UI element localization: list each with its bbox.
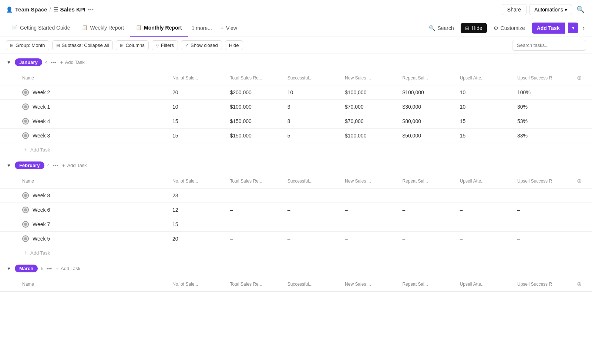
workspace-link[interactable]: 👤 Team Space: [6, 6, 47, 13]
group-collapse-january[interactable]: ▼: [6, 59, 12, 66]
task-row: Week 6 12 – – – – – –: [0, 203, 592, 217]
expand-tabs-button[interactable]: ›: [581, 23, 586, 33]
task-repeat-sal: –: [398, 217, 455, 232]
task-row: Week 2 20 $200,000 10 $100,000 $100,000 …: [0, 85, 592, 100]
task-name: Week 3: [33, 133, 50, 139]
task-successful: –: [283, 232, 340, 246]
col-header-upsell-atte-feb: Upsell Atte...: [455, 174, 513, 188]
share-button[interactable]: Share: [502, 4, 527, 15]
group-collapse-february[interactable]: ▼: [6, 162, 12, 169]
task-upsell-success: –: [513, 188, 570, 203]
task-row: Week 5 20 – – – – – –: [0, 232, 592, 246]
columns-filter-button[interactable]: ⊞ Columns: [116, 40, 148, 50]
tab-getting-started[interactable]: 📄 Getting Started Guide: [6, 19, 76, 37]
tabs-bar: 📄 Getting Started Guide 📋 Weekly Report …: [0, 19, 592, 37]
add-task-row-february[interactable]: ＋ Add Task: [0, 246, 592, 260]
col-header-name: Name: [0, 71, 168, 85]
group-header-march: ▼ March 5 ••• ＋ Add Task: [0, 260, 592, 277]
task-no-of-sales: 10: [168, 100, 225, 114]
plus-icon: ＋: [22, 249, 28, 257]
add-column-button-feb[interactable]: ⊕: [575, 177, 584, 185]
col-header-upsell-success-mar: Upsell Success R: [513, 277, 570, 292]
subtasks-filter-button[interactable]: ⊟ Subtasks: Collapse all: [52, 40, 113, 50]
add-task-label: Add Task: [30, 147, 50, 153]
tab-getting-started-label: Getting Started Guide: [20, 25, 70, 31]
task-status-icon[interactable]: [22, 221, 29, 228]
table-header-march: Name No. of Sale... Total Sales Re... Su…: [0, 277, 592, 292]
add-task-main-button[interactable]: Add Task: [532, 23, 565, 34]
group-dots-february[interactable]: •••: [53, 163, 58, 169]
add-task-caret-button[interactable]: ▾: [568, 23, 578, 33]
group-count-january: 4: [45, 59, 48, 65]
search-button[interactable]: 🔍 Search: [425, 23, 457, 33]
hide-filter-button[interactable]: Hide: [225, 40, 243, 50]
filters-button[interactable]: ▽ Filters: [152, 40, 178, 50]
task-successful: –: [283, 203, 340, 217]
main-content: ▼ January 4 ••• ＋ Add Task Name No. of S…: [0, 54, 592, 292]
add-task-row-january[interactable]: ＋ Add Task: [0, 143, 592, 157]
subtasks-filter-label: Subtasks: Collapse all: [62, 42, 109, 48]
hamburger-icon: ☰: [53, 6, 58, 13]
group-dots-january[interactable]: •••: [51, 59, 56, 65]
task-total-sales: $150,000: [225, 114, 283, 129]
group-filter-label: Group: Month: [16, 42, 45, 48]
add-view-button[interactable]: ＋ View: [216, 25, 241, 31]
search-tasks-input[interactable]: [512, 40, 586, 51]
col-header-name-mar: Name: [0, 277, 168, 292]
task-name-cell: Week 4: [0, 114, 168, 129]
task-repeat-sal: $100,000: [398, 85, 455, 100]
customize-button[interactable]: ⚙ Customize: [490, 23, 529, 33]
group-dots-march[interactable]: •••: [46, 266, 52, 272]
task-status-icon[interactable]: [22, 192, 29, 199]
task-status-icon[interactable]: [22, 207, 29, 213]
more-dots-button[interactable]: •••: [88, 6, 94, 13]
task-upsell-success: –: [513, 217, 570, 232]
task-status-icon[interactable]: [22, 103, 29, 110]
add-column-button-mar[interactable]: ⊕: [575, 280, 584, 288]
tabs-more-button[interactable]: 1 more...: [188, 25, 216, 31]
task-status-icon[interactable]: [22, 235, 29, 242]
task-no-of-sales: 20: [168, 232, 225, 246]
show-closed-label: Show closed: [191, 42, 218, 48]
col-header-new-sales-mar: New Sales ...: [340, 277, 398, 292]
task-new-sales: –: [340, 203, 398, 217]
task-repeat-sal: –: [398, 188, 455, 203]
search-icon: 🔍: [429, 25, 435, 31]
add-task-inline-feb: ＋ Add Task: [22, 249, 588, 257]
task-status-icon[interactable]: [22, 132, 29, 139]
filter-bar: ⊞ Group: Month ⊟ Subtasks: Collapse all …: [0, 37, 592, 54]
col-header-no-of-sales-feb: No. of Sale...: [168, 174, 225, 188]
group-add-task-january[interactable]: ＋ Add Task: [59, 59, 85, 66]
tab-weekly-report-label: Weekly Report: [90, 25, 124, 31]
group-february: ▼ February 4 ••• ＋ Add Task Name No. of …: [0, 157, 592, 260]
topbar-search-icon[interactable]: 🔍: [575, 4, 586, 15]
automations-label: Automations: [534, 7, 563, 13]
tab-weekly-report[interactable]: 📋 Weekly Report: [76, 19, 130, 37]
automations-button[interactable]: Automations ▾: [529, 4, 572, 15]
plus-icon: ＋: [219, 25, 225, 31]
task-name-cell: Week 2: [0, 85, 168, 100]
plus-icon: ＋: [22, 146, 28, 154]
customize-label: Customize: [501, 25, 525, 31]
task-successful: 5: [283, 129, 340, 143]
group-add-task-february[interactable]: ＋ Add Task: [61, 162, 87, 169]
group-label-february: February: [15, 161, 44, 169]
table-header-january: Name No. of Sale... Total Sales Re... Su…: [0, 71, 592, 85]
group-filter-button[interactable]: ⊞ Group: Month: [6, 40, 49, 50]
task-total-sales: $100,000: [225, 100, 283, 114]
add-column-button-jan[interactable]: ⊕: [575, 74, 584, 82]
task-name: Week 4: [33, 118, 50, 124]
task-row: Week 4 15 $150,000 8 $70,000 $80,000 15 …: [0, 114, 592, 129]
task-status-icon[interactable]: [22, 89, 29, 96]
tab-monthly-report[interactable]: 📋 Monthly Report: [130, 19, 188, 37]
group-collapse-march[interactable]: ▼: [6, 265, 12, 272]
group-add-task-march[interactable]: ＋ Add Task: [55, 265, 80, 272]
col-header-upsell-atte: Upsell Atte...: [455, 71, 513, 85]
tabs-left: 📄 Getting Started Guide 📋 Weekly Report …: [6, 19, 241, 37]
show-closed-button[interactable]: ✓ Show closed: [181, 40, 222, 50]
task-status-icon[interactable]: [22, 118, 29, 125]
hide-button[interactable]: ⊟ Hide: [461, 23, 487, 33]
col-header-total-sales-mar: Total Sales Re...: [225, 277, 283, 292]
col-header-repeat-sal-feb: Repeat Sal...: [398, 174, 455, 188]
automations-caret-icon: ▾: [565, 7, 567, 13]
